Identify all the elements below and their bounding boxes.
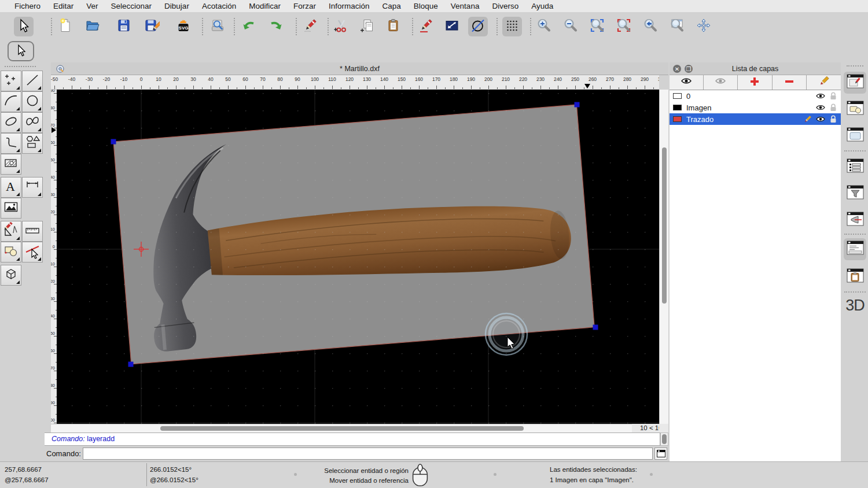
horizontal-scrollbar[interactable] <box>51 424 632 432</box>
library-browser-panel-button[interactable] <box>844 156 866 178</box>
command-window-toggle-button[interactable] <box>654 448 667 460</box>
svg-export-button[interactable]: SVG <box>174 17 193 36</box>
notification-panel-button[interactable] <box>844 209 866 231</box>
isometric-circle-button[interactable] <box>468 17 488 36</box>
palette-drag-handle[interactable] <box>5 66 36 67</box>
copy-button[interactable] <box>358 17 377 36</box>
layer-lock-icon[interactable] <box>828 92 838 100</box>
horizontal-scrollbar-thumb[interactable] <box>160 426 524 431</box>
tool-shapes-button[interactable] <box>22 133 43 154</box>
cut-button[interactable] <box>332 17 351 36</box>
selection-tool-button[interactable] <box>8 41 34 61</box>
tool-circle-button[interactable] <box>22 91 43 112</box>
menu-acotacion[interactable]: Acotación <box>196 2 242 10</box>
layer-row-imagen[interactable]: Imagen <box>670 102 841 113</box>
hide-all-layers-button[interactable] <box>704 75 738 90</box>
grid-toggle-button[interactable] <box>502 17 522 36</box>
layer-visibility-icon[interactable] <box>815 93 826 99</box>
handle-top-left[interactable] <box>111 139 116 145</box>
save-as-button[interactable] <box>142 17 161 36</box>
new-file-button[interactable] <box>56 17 75 36</box>
view-list-panel-button[interactable] <box>844 125 866 147</box>
tool-snap-button[interactable] <box>22 242 43 263</box>
menu-ayuda[interactable]: Ayuda <box>525 2 560 10</box>
add-layer-button[interactable] <box>738 75 772 90</box>
drawing-canvas[interactable] <box>57 90 659 424</box>
menu-seleccionar[interactable]: Seleccionar <box>105 2 159 10</box>
tool-polyline-button[interactable] <box>1 133 21 154</box>
handle-bottom-right[interactable] <box>593 325 598 330</box>
edit-layer-button[interactable] <box>807 75 841 90</box>
tool-text-button[interactable]: A <box>1 177 21 198</box>
menu-ventana[interactable]: Ventana <box>444 2 486 10</box>
vertical-scrollbar-thumb[interactable] <box>662 147 667 304</box>
delete-entity-button[interactable] <box>300 17 320 36</box>
tool-dimension-button[interactable] <box>22 177 43 198</box>
menu-fichero[interactable]: Fichero <box>8 2 47 10</box>
menu-forzar[interactable]: Forzar <box>287 2 322 10</box>
undo-button[interactable] <box>239 17 259 36</box>
layer-list-panel-button[interactable] <box>844 72 866 94</box>
paste-button[interactable] <box>384 17 403 36</box>
handle-top-right[interactable] <box>575 102 580 108</box>
menu-editar[interactable]: Editar <box>47 2 80 10</box>
remove-layer-button[interactable] <box>773 75 807 90</box>
tool-modify-button[interactable] <box>1 221 21 242</box>
tool-arc-button[interactable] <box>1 91 21 112</box>
zoom-selection-button[interactable] <box>614 17 634 36</box>
layer-row-trazado[interactable]: Trazado <box>670 113 841 125</box>
command-line-panel-button[interactable] <box>844 238 866 260</box>
pointer-tool-button[interactable] <box>14 17 34 36</box>
block-list-panel-button[interactable] <box>844 98 866 120</box>
handle-bottom-left[interactable] <box>128 362 134 367</box>
layer-lock-icon[interactable] <box>828 115 838 123</box>
menu-dibujar[interactable]: Dibujar <box>158 2 196 10</box>
tool-info-button[interactable] <box>1 242 21 263</box>
command-history-scrollbar-thumb[interactable] <box>662 434 667 444</box>
save-button[interactable] <box>114 17 134 36</box>
zoom-out-button[interactable] <box>561 17 580 36</box>
clipboard-panel-button[interactable] <box>844 266 866 288</box>
vertical-scrollbar[interactable] <box>659 90 668 424</box>
3d-dock-label[interactable]: 3D <box>842 297 868 315</box>
tool-hatch-button[interactable] <box>1 154 21 175</box>
open-file-button[interactable] <box>83 17 102 36</box>
layer-visibility-icon[interactable] <box>815 116 826 123</box>
tool-measure-button[interactable] <box>22 221 43 242</box>
tool-image-button[interactable] <box>1 198 21 219</box>
selection-filter-panel-button[interactable] <box>844 183 866 205</box>
pan-button[interactable] <box>694 17 713 36</box>
dock-drag-handle[interactable] <box>847 65 863 66</box>
layer-color-swatch[interactable] <box>673 93 682 99</box>
layer-edit-icon[interactable] <box>803 115 813 123</box>
edit-pencil-button[interactable] <box>416 17 436 36</box>
distance-settings-button[interactable] <box>442 17 462 36</box>
menu-informacion[interactable]: Información <box>322 2 376 10</box>
tool-points-button[interactable] <box>1 71 21 91</box>
command-input[interactable] <box>83 448 653 460</box>
menu-ver[interactable]: Ver <box>80 2 104 10</box>
layer-visibility-icon[interactable] <box>815 104 826 111</box>
command-history-scrollbar[interactable] <box>660 432 668 446</box>
tool-spline-button[interactable] <box>22 112 43 133</box>
zoom-in-button[interactable] <box>534 17 554 36</box>
print-preview-button[interactable] <box>208 17 227 36</box>
menu-diverso[interactable]: Diverso <box>486 2 525 10</box>
tool-line-button[interactable] <box>22 71 43 91</box>
tool-ellipse-button[interactable] <box>1 112 21 133</box>
menu-modificar[interactable]: Modificar <box>242 2 287 10</box>
layer-row-0[interactable]: 0 <box>670 90 841 102</box>
layer-color-swatch[interactable] <box>673 105 682 110</box>
previous-view-button[interactable] <box>641 17 660 36</box>
redo-button[interactable] <box>266 17 286 36</box>
auto-zoom-button[interactable] <box>587 17 607 36</box>
layer-panel-header[interactable]: ✕ ❐ Lista de capas <box>670 62 841 75</box>
menu-bloque[interactable]: Bloque <box>407 2 444 10</box>
zoom-window-button[interactable] <box>667 17 687 36</box>
layer-color-swatch[interactable] <box>673 116 682 122</box>
menu-capa[interactable]: Capa <box>376 2 407 10</box>
document-titlebar[interactable]: * Martillo.dxf <box>51 62 668 75</box>
layer-lock-icon[interactable] <box>828 103 838 112</box>
tool-solid-3d-button[interactable] <box>1 265 21 286</box>
show-all-layers-button[interactable] <box>670 75 704 90</box>
